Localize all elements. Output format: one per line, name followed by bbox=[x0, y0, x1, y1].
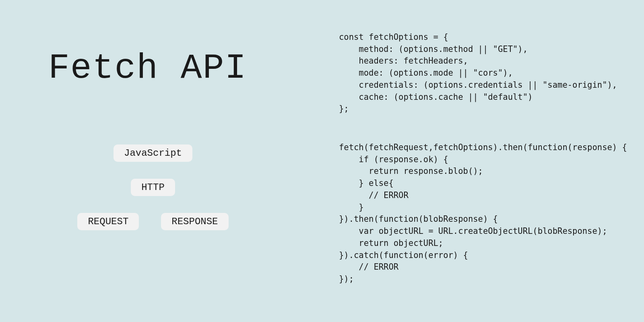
code-block-fetch-options: const fetchOptions = { method: (options.… bbox=[339, 31, 628, 115]
page-title: Fetch API bbox=[48, 48, 335, 88]
tag-container: JavaScript HTTP REQUEST RESPONSE bbox=[64, 144, 242, 230]
right-panel: const fetchOptions = { method: (options.… bbox=[335, 0, 644, 322]
tag-http: HTTP bbox=[131, 179, 175, 196]
tag-request: REQUEST bbox=[77, 213, 139, 230]
tag-response: RESPONSE bbox=[161, 213, 228, 230]
tag-row-1: JavaScript bbox=[114, 144, 192, 162]
code-block-fetch-call: fetch(fetchRequest,fetchOptions).then(fu… bbox=[339, 142, 628, 285]
left-panel: Fetch API JavaScript HTTP REQUEST RESPON… bbox=[0, 0, 335, 322]
tag-row-3: REQUEST RESPONSE bbox=[77, 213, 228, 230]
tag-javascript: JavaScript bbox=[114, 144, 192, 162]
tag-row-2: HTTP bbox=[131, 179, 175, 196]
